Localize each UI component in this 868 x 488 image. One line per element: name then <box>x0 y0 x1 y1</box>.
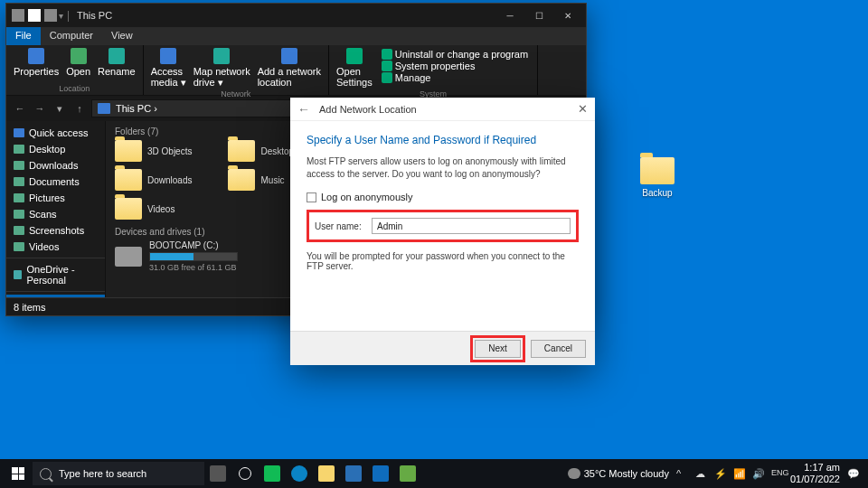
open-settings-button[interactable]: Open Settings <box>335 47 374 89</box>
recent-dropdown[interactable]: ▾ <box>52 100 68 117</box>
rename-icon <box>108 48 125 64</box>
folder-music[interactable]: Music <box>228 169 284 191</box>
folder-downloads[interactable]: Downloads <box>115 169 192 191</box>
downloads-icon <box>14 161 24 170</box>
next-button[interactable]: Next <box>475 340 521 358</box>
forward-button[interactable]: → <box>32 100 48 117</box>
folder-icon <box>115 140 142 162</box>
task-view-button[interactable] <box>205 461 231 486</box>
weather-widget[interactable]: 35°C Mostly cloudy <box>568 468 669 479</box>
access-media-button[interactable]: Access media ▾ <box>149 47 188 89</box>
volume-icon[interactable]: 🔊 <box>752 468 764 480</box>
wizard-heading: Specify a User Name and Password if Requ… <box>307 134 579 146</box>
manage-button[interactable]: Manage <box>382 72 528 83</box>
wizard-close-button[interactable]: ✕ <box>578 102 588 116</box>
desktop-folder[interactable]: Backup <box>630 157 684 198</box>
up-button[interactable]: ↑ <box>71 100 88 117</box>
username-input[interactable] <box>372 218 571 234</box>
map-drive-icon <box>213 48 230 64</box>
pictures-icon <box>14 193 24 202</box>
sidebar-videos[interactable]: Videos <box>6 239 105 255</box>
wizard-description: Most FTP servers allow users to log on a… <box>307 155 579 181</box>
folder-icon <box>640 157 675 184</box>
scans-icon <box>14 210 24 219</box>
cloud-icon <box>568 468 580 479</box>
taskbar-app-1[interactable] <box>259 461 285 486</box>
ribbon: Properties Open Rename Location Access m… <box>6 45 586 96</box>
sidebar-this-pc[interactable]: This PC <box>6 295 105 297</box>
start-button[interactable] <box>4 459 33 488</box>
onedrive-tray-icon[interactable]: ☁ <box>695 468 707 480</box>
folder-icon <box>115 198 142 220</box>
taskbar-mail[interactable] <box>368 461 393 486</box>
add-network-loc-button[interactable]: Add a network location <box>256 47 323 89</box>
star-icon <box>14 128 24 137</box>
folder-videos[interactable]: Videos <box>115 198 175 220</box>
sidebar-documents[interactable]: Documents <box>6 174 105 190</box>
maximize-button[interactable]: ☐ <box>524 4 553 27</box>
cancel-button[interactable]: Cancel <box>531 340 586 358</box>
open-icon <box>71 48 87 64</box>
screenshots-icon <box>14 226 24 235</box>
nav-sidebar: Quick access Desktop Downloads Documents… <box>6 121 106 297</box>
wifi-icon[interactable]: 📶 <box>733 468 745 480</box>
drive-label: BOOTCAMP (C:) <box>149 240 238 250</box>
taskbar-store[interactable] <box>341 461 366 486</box>
sidebar-desktop[interactable]: Desktop <box>6 141 105 157</box>
sidebar-onedrive[interactable]: OneDrive - Personal <box>6 261 105 288</box>
search-icon <box>40 468 52 480</box>
anonymous-checkbox[interactable]: Log on anonymously <box>307 192 579 202</box>
ribbon-tabs: File Computer View <box>6 27 586 45</box>
sysprops-icon <box>382 61 392 71</box>
rename-button[interactable]: Rename <box>96 47 137 83</box>
cortana-button[interactable] <box>232 461 258 486</box>
sidebar-pictures[interactable]: Pictures <box>6 190 105 206</box>
folder-desktop[interactable]: Desktop <box>228 140 294 162</box>
taskbar-explorer[interactable] <box>314 461 339 486</box>
desktop-icon <box>14 145 24 154</box>
drive-icon <box>115 247 142 267</box>
page-icon <box>28 9 41 22</box>
pc-icon <box>98 103 110 114</box>
taskbar-edge[interactable] <box>287 461 312 486</box>
battery-icon[interactable]: ⚡ <box>714 468 726 480</box>
drive-usage-bar <box>149 252 238 261</box>
tab-view[interactable]: View <box>102 27 142 45</box>
back-button[interactable]: ← <box>12 100 28 117</box>
uninstall-program-button[interactable]: Uninstall or change a program <box>382 49 528 60</box>
item-count: 8 items <box>14 302 45 313</box>
properties-icon <box>28 48 44 64</box>
manage-icon <box>382 72 392 83</box>
uninstall-icon <box>382 49 392 60</box>
password-prompt-note: You will be prompted for your password w… <box>307 251 579 271</box>
taskbar-search[interactable]: Type here to search <box>33 462 204 485</box>
sidebar-quick-access[interactable]: Quick access <box>6 125 105 141</box>
open-button[interactable]: Open <box>64 47 92 83</box>
folder-3d-objects[interactable]: 3D Objects <box>115 140 192 162</box>
sidebar-scans[interactable]: Scans <box>6 206 105 222</box>
close-button[interactable]: ✕ <box>553 4 582 27</box>
map-drive-button[interactable]: Map network drive ▾ <box>192 47 252 89</box>
system-properties-button[interactable]: System properties <box>382 61 528 71</box>
wizard-back-button[interactable]: ← <box>297 102 310 117</box>
sidebar-downloads[interactable]: Downloads <box>6 157 105 174</box>
videos-icon <box>14 242 24 251</box>
minimize-button[interactable]: ─ <box>495 4 524 27</box>
titlebar[interactable]: ▾ │ This PC ─ ☐ ✕ <box>6 4 586 27</box>
wizard-footer: Next Cancel <box>290 331 595 365</box>
next-highlight: Next <box>470 335 525 362</box>
tab-file[interactable]: File <box>6 27 41 45</box>
tab-computer[interactable]: Computer <box>41 27 102 45</box>
add-network-location-wizard: ← Add Network Location ✕ Specify a User … <box>290 98 595 365</box>
cortana-icon <box>239 467 251 480</box>
sidebar-screenshots[interactable]: Screenshots <box>6 222 105 239</box>
chevron-up-icon[interactable]: ^ <box>676 468 688 480</box>
network-loc-icon <box>281 48 297 64</box>
taskbar-app-2[interactable] <box>395 461 420 486</box>
group-location-label: Location <box>12 84 137 93</box>
cloud-icon <box>14 270 22 279</box>
language-indicator[interactable]: ENG <box>771 468 783 480</box>
properties-button[interactable]: Properties <box>12 47 61 83</box>
clock[interactable]: 1:17 am01/07/2022 <box>790 462 840 485</box>
notifications-icon[interactable]: 💬 <box>847 468 859 480</box>
